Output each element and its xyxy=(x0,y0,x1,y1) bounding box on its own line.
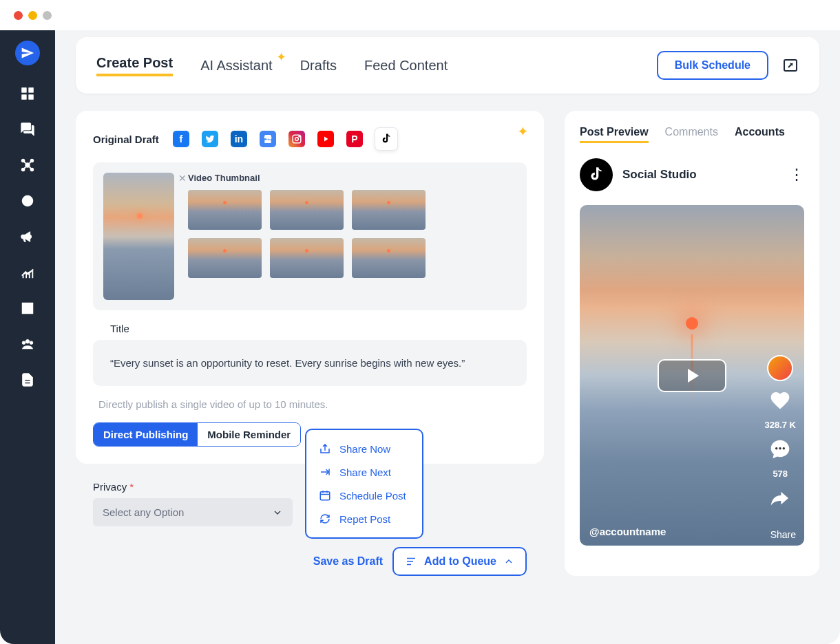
svg-point-41 xyxy=(783,447,785,449)
publish-mode-toggle: Direct Publishing Mobile Reminder xyxy=(93,422,301,447)
document-icon[interactable] xyxy=(20,372,35,387)
tab-post-preview[interactable]: Post Preview xyxy=(580,126,649,143)
thumbnail-option[interactable] xyxy=(188,190,262,230)
direct-publishing-option[interactable]: Direct Publishing xyxy=(94,423,198,446)
share-label: Share xyxy=(770,529,796,540)
account-handle: @accountname xyxy=(589,526,666,537)
more-options-icon[interactable]: ⋮ xyxy=(789,166,804,184)
share-icon[interactable] xyxy=(769,487,791,509)
preview-panel: Post Preview Comments Accounts Social St… xyxy=(565,111,819,576)
main-content: Create Post AI Assistant ✦ Drafts Feed C… xyxy=(55,30,840,644)
svg-rect-3 xyxy=(29,95,33,99)
window-minimize-icon[interactable] xyxy=(28,11,37,20)
twitter-icon[interactable] xyxy=(202,131,218,147)
svg-rect-32 xyxy=(320,492,330,500)
svg-point-29 xyxy=(299,136,300,137)
app-logo-icon[interactable] xyxy=(15,41,40,65)
tab-accounts[interactable]: Accounts xyxy=(735,126,785,143)
sidebar xyxy=(0,30,55,644)
repeat-post-option[interactable]: Repet Post xyxy=(306,507,422,530)
svg-point-28 xyxy=(295,138,299,141)
app-window: Create Post AI Assistant ✦ Drafts Feed C… xyxy=(0,0,840,644)
svg-line-10 xyxy=(30,162,32,164)
svg-rect-0 xyxy=(22,88,26,92)
svg-point-22 xyxy=(22,341,25,345)
tab-ai-assistant[interactable]: AI Assistant ✦ xyxy=(200,58,273,74)
window-close-icon[interactable] xyxy=(14,11,23,20)
schedule-post-option[interactable]: Schedule Post xyxy=(306,484,422,507)
add-to-queue-button[interactable]: Add to Queue xyxy=(392,547,527,576)
chevron-up-icon xyxy=(503,556,514,567)
window-maximize-icon[interactable] xyxy=(43,11,52,20)
facebook-icon[interactable]: f xyxy=(173,131,189,147)
svg-line-12 xyxy=(30,167,32,169)
tab-feed-content[interactable]: Feed Content xyxy=(364,58,448,74)
video-thumbnail-label: Video Thumbnail xyxy=(188,173,516,183)
main-video-thumbnail[interactable]: ✕ xyxy=(103,173,174,300)
window-titlebar xyxy=(0,0,840,30)
profile-avatar-icon[interactable] xyxy=(767,355,793,381)
privacy-label: Privacy * xyxy=(93,481,293,493)
thumbnail-option[interactable] xyxy=(352,190,426,230)
ai-sparkle-icon[interactable]: ✦ xyxy=(517,123,529,140)
share-now-option[interactable]: Share Now xyxy=(306,437,422,460)
svg-point-4 xyxy=(25,163,30,167)
likes-count: 328.7 K xyxy=(764,420,796,430)
dashboard-icon[interactable] xyxy=(20,86,35,101)
thumbnail-option[interactable] xyxy=(188,238,262,278)
publish-hint: Directly publish a single video of up to… xyxy=(98,398,527,410)
svg-line-11 xyxy=(24,167,26,169)
privacy-select[interactable]: Select any Option xyxy=(93,498,293,526)
network-icon[interactable] xyxy=(20,158,35,173)
thumbnail-grid xyxy=(188,190,516,278)
preview-video: 328.7 K 578 @accountname Share xyxy=(580,205,804,546)
remove-media-icon[interactable]: ✕ xyxy=(178,173,187,184)
action-row: Share Now Share Next Schedule Post xyxy=(76,547,544,576)
svg-point-23 xyxy=(30,341,33,345)
thumbnail-option[interactable] xyxy=(270,238,344,278)
svg-point-14 xyxy=(25,199,30,203)
tab-ai-assistant-label: AI Assistant xyxy=(200,58,273,73)
tab-drafts[interactable]: Drafts xyxy=(300,58,337,74)
social-network-row: f in P xyxy=(173,128,397,150)
privacy-placeholder: Select any Option xyxy=(103,506,184,518)
linkedin-icon[interactable]: in xyxy=(231,131,247,147)
bulk-schedule-button[interactable]: Bulk Schedule xyxy=(657,51,768,80)
sparkle-icon: ✦ xyxy=(276,50,286,65)
tab-comments[interactable]: Comments xyxy=(665,126,718,143)
youtube-icon[interactable] xyxy=(317,131,334,147)
heart-icon[interactable] xyxy=(769,389,791,411)
thumbnail-option[interactable] xyxy=(270,190,344,230)
download-icon[interactable] xyxy=(20,301,35,316)
tiktok-icon[interactable] xyxy=(375,128,397,150)
save-as-draft-button[interactable]: Save as Draft xyxy=(313,547,383,576)
thumbnail-option[interactable] xyxy=(352,238,426,278)
svg-point-40 xyxy=(779,447,781,449)
play-button[interactable] xyxy=(658,359,726,392)
svg-rect-2 xyxy=(22,95,26,99)
team-icon[interactable] xyxy=(20,336,35,352)
svg-rect-1 xyxy=(29,88,33,92)
preview-tabs: Post Preview Comments Accounts xyxy=(580,126,804,143)
tiktok-avatar-icon xyxy=(580,158,613,191)
svg-point-21 xyxy=(25,340,30,344)
megaphone-icon[interactable] xyxy=(20,229,35,244)
tab-create-post[interactable]: Create Post xyxy=(96,55,173,76)
analytics-icon[interactable] xyxy=(20,265,35,280)
mobile-reminder-option[interactable]: Mobile Reminder xyxy=(198,423,300,446)
google-business-icon[interactable] xyxy=(260,131,276,147)
edit-icon[interactable] xyxy=(782,57,799,74)
svg-line-9 xyxy=(24,162,26,164)
preview-account-row: Social Studio ⋮ xyxy=(580,158,804,191)
title-label: Title xyxy=(110,323,527,334)
queue-popup: Share Now Share Next Schedule Post xyxy=(305,429,423,539)
target-icon[interactable] xyxy=(20,193,35,208)
title-input[interactable]: “Every sunset is an opportunity to reset… xyxy=(93,340,527,386)
comments-count: 578 xyxy=(773,469,788,479)
comment-icon[interactable] xyxy=(769,438,791,460)
share-next-option[interactable]: Share Next xyxy=(306,460,422,484)
original-draft-label: Original Draft xyxy=(93,133,159,145)
instagram-icon[interactable] xyxy=(288,131,305,147)
pinterest-icon[interactable]: P xyxy=(346,131,363,147)
comments-icon[interactable] xyxy=(20,122,35,137)
